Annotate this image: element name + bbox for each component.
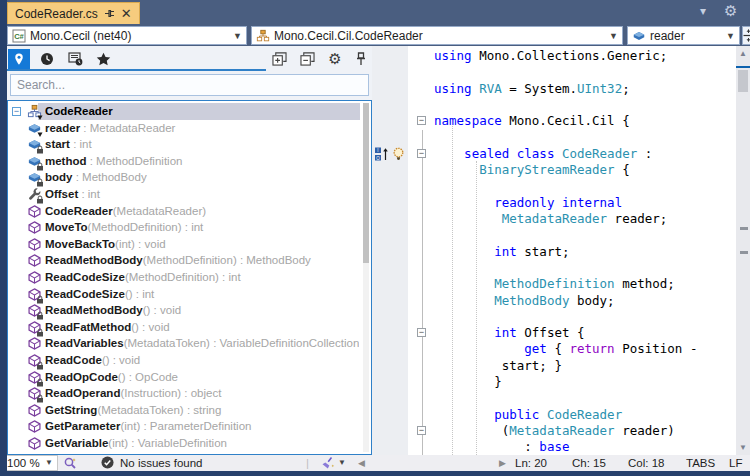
scroll-down-arrow[interactable]: ▼ <box>736 443 750 452</box>
list-item[interactable]: GetString(MetadataToken) : string <box>8 402 371 419</box>
hscroll-left-arrow[interactable]: ◀ <box>358 455 365 471</box>
list-item[interactable]: ReadMethodBody() : void <box>8 302 371 319</box>
member-name: method <box>45 155 87 167</box>
issues-status[interactable]: No issues found <box>120 455 202 471</box>
list-item[interactable]: start : int <box>8 136 371 153</box>
split-editor-icon[interactable] <box>742 26 750 45</box>
chevron-down-icon[interactable]: ▼ <box>338 455 346 471</box>
position-pin-icon[interactable] <box>8 49 30 69</box>
member-dropdown[interactable]: reader ▼ <box>627 26 740 45</box>
chevron-down-icon[interactable]: ▾ <box>700 4 706 18</box>
member-signature: (MetadataToken) : VariableDefinitionColl… <box>124 337 359 349</box>
tree-expander[interactable]: − <box>12 107 21 116</box>
code-line[interactable]: : base <box>434 439 569 455</box>
zoom-control[interactable]: 100 % ▼ <box>2 455 58 471</box>
method-icon <box>27 403 42 418</box>
project-dropdown-label: Mono.Cecil (net40) <box>30 29 131 43</box>
member-signature: () : void <box>143 304 181 316</box>
code-analysis-icon[interactable] <box>63 456 77 472</box>
fold-toggle[interactable]: − <box>417 426 426 435</box>
fold-toggle[interactable]: − <box>417 116 426 125</box>
fold-toggle[interactable]: − <box>417 149 426 158</box>
scroll-up-arrow[interactable]: ▲ <box>736 49 750 58</box>
structure-list[interactable]: −CodeReaderreader : MetadataReaderstart … <box>7 100 372 455</box>
collapse-all-icon[interactable] <box>296 49 318 69</box>
member-name: CodeReader <box>45 105 113 117</box>
gear-icon[interactable]: ⚙ <box>324 49 346 69</box>
svg-text:I: I <box>377 148 378 153</box>
code-line[interactable]: public CodeReader <box>434 407 622 423</box>
line-indicator: Ln: 20 <box>515 455 547 471</box>
list-item[interactable]: MoveBackTo(int) : void <box>8 236 371 253</box>
member-dropdown-label: reader <box>650 29 685 43</box>
star-icon[interactable] <box>92 49 114 69</box>
list-item[interactable]: ReadCodeSize(MethodDefinition) : int <box>8 269 371 286</box>
code-line[interactable]: } <box>434 374 502 390</box>
code-line[interactable]: using RVA = System.UInt32; <box>434 81 630 97</box>
code-line[interactable]: − int Offset { <box>434 325 585 341</box>
hscroll-right-arrow[interactable]: ▶ <box>499 455 506 471</box>
member-name: ReadCodeSize <box>45 288 125 300</box>
member-signature: () : void <box>102 354 140 366</box>
list-item[interactable]: ReadMethodBody(MethodDefinition) : Metho… <box>8 252 371 269</box>
list-item[interactable]: MoveTo(MethodDefinition) : int <box>8 219 371 236</box>
code-line[interactable]: − (MetadataReader reader) <box>434 423 675 439</box>
code-line[interactable]: get { return Position - <box>434 341 697 357</box>
list-item[interactable]: ReadOperand(Instruction) : object <box>8 385 371 402</box>
list-item[interactable]: ReadVariables(MetadataToken) : VariableD… <box>8 335 371 352</box>
list-item[interactable]: method : MethodDefinition <box>8 153 371 170</box>
code-line[interactable]: − sealed class CodeReader : <box>434 146 652 162</box>
list-item[interactable]: GetParameter(int) : ParameterDefinition <box>8 418 371 435</box>
list-item[interactable]: ReadCode() : void <box>8 352 371 369</box>
list-item[interactable]: Offset : int <box>8 186 371 203</box>
list-item[interactable]: body : MethodBody <box>8 169 371 186</box>
list-item[interactable]: CodeReader(MetadataReader) <box>8 203 371 220</box>
code-line[interactable]: using Mono.Collections.Generic; <box>434 48 667 64</box>
type-dropdown[interactable]: Mono.Cecil.Cil.CodeReader ▼ <box>251 26 623 45</box>
member-signature: (MethodDefinition) : int <box>88 221 204 233</box>
code-line[interactable]: BinaryStreamReader { <box>434 162 630 178</box>
list-item[interactable]: ReadOpCode() : OpCode <box>8 369 371 386</box>
code-line[interactable]: MetadataReader reader; <box>434 211 667 227</box>
close-icon[interactable]: ✕ <box>121 7 132 20</box>
svg-text:C#: C# <box>14 32 24 41</box>
member-name: ReadVariables <box>45 337 124 349</box>
pin-icon[interactable] <box>104 8 115 19</box>
scrollbar-thumb[interactable] <box>363 103 369 263</box>
lightbulb-icon[interactable] <box>391 146 406 162</box>
list-item[interactable]: −CodeReader <box>8 103 371 120</box>
code-cleanup-icon[interactable] <box>320 456 336 472</box>
member-name: ReadCode <box>45 354 102 366</box>
list-item[interactable]: ReadFatMethod() : void <box>8 319 371 336</box>
search-input[interactable] <box>10 74 369 96</box>
code-line[interactable]: MethodDefinition method; <box>434 276 675 292</box>
fold-toggle[interactable]: − <box>417 328 426 337</box>
status-bar: 100 % ▼ No issues found | ▼ ◀ ▶ Ln: 20 C… <box>0 455 750 471</box>
list-item[interactable]: GetVariable(int) : VariableDefinition <box>8 435 371 452</box>
navigation-bar: C# Mono.Cecil (net40) ▼ Mono.Cecil.Cil.C… <box>7 24 750 46</box>
caret-position-marker <box>736 66 750 68</box>
recent-files-icon[interactable] <box>64 49 86 69</box>
code-line[interactable]: readonly internal <box>434 195 622 211</box>
code-editor[interactable]: IO using Mono.Collections.Generic;using … <box>372 46 750 455</box>
code-line[interactable]: MethodBody body; <box>434 293 615 309</box>
list-item[interactable]: ReadCodeSize() : int <box>8 286 371 303</box>
scrollbar-thumb[interactable] <box>738 70 748 92</box>
code-line[interactable]: int start; <box>434 244 569 260</box>
project-dropdown[interactable]: C# Mono.Cecil (net40) ▼ <box>7 26 247 45</box>
expand-all-icon[interactable] <box>268 49 290 69</box>
list-item[interactable]: reader : MetadataReader <box>8 120 371 137</box>
editor-scrollbar[interactable]: ▲ ▼ <box>736 46 750 455</box>
pin-icon[interactable] <box>350 49 372 69</box>
method-icon <box>27 253 42 268</box>
inheritance-icon[interactable]: IO <box>374 146 389 162</box>
clock-icon[interactable] <box>36 49 58 69</box>
health-check-icon[interactable] <box>101 456 114 472</box>
code-line[interactable]: start; } <box>434 358 562 374</box>
member-name: GetString <box>45 404 97 416</box>
member-name: ReadFatMethod <box>45 321 131 333</box>
code-line[interactable]: −namespace Mono.Cecil.Cil { <box>434 113 630 129</box>
gear-icon[interactable]: ⚙ <box>724 2 737 20</box>
structure-scrollbar[interactable] <box>363 103 369 452</box>
document-tab[interactable]: CodeReader.cs ✕ <box>7 2 140 24</box>
